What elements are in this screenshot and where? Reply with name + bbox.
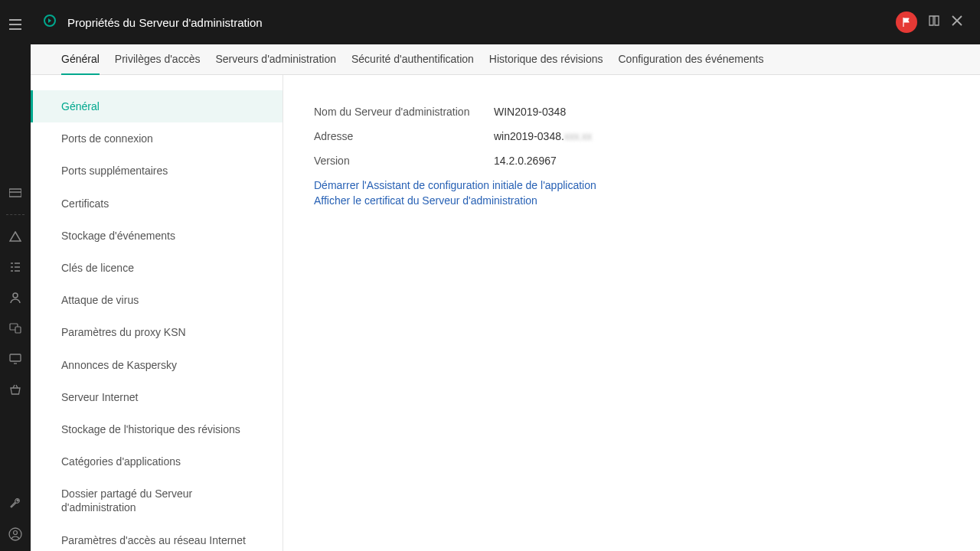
user-icon[interactable] [8,290,23,305]
close-button[interactable] [951,15,963,31]
detail-label: Version [314,155,494,167]
sidebar-item-event-storage[interactable]: Stockage d'événements [31,220,283,252]
tab-event-config[interactable]: Configuration des événements [618,44,763,75]
monitor-icon[interactable] [8,351,23,367]
sidebar-item-ksn-proxy[interactable]: Paramètres du proxy KSN [31,316,283,348]
svg-point-2 [13,293,18,298]
sidebar-item-shared-folder[interactable]: Dossier partagé du Serveur d'administrat… [31,478,283,523]
tab-revision-history[interactable]: Historique des révisions [489,44,603,75]
sidebar-item-internet-access[interactable]: Paramètres d'accès au réseau Internet [31,524,283,551]
tab-admin-servers[interactable]: Serveurs d'administration [215,44,336,75]
svg-point-8 [14,531,18,535]
detail-row-address: Adresse win2019-0348.xxx.xx [314,130,949,142]
svg-rect-4 [15,327,21,333]
detail-row-server-name: Nom du Serveur d'administration WIN2019-… [314,106,949,118]
dashboard-icon[interactable] [8,185,23,201]
sidebar-item-web-server[interactable]: Serveur Internet [31,381,283,413]
wrench-icon[interactable] [8,496,23,511]
sidebar-item-certificates[interactable]: Certificats [31,187,283,220]
link-view-certificate[interactable]: Afficher le certificat du Serveur d'admi… [314,194,949,207]
hamburger-icon[interactable] [8,17,23,32]
detail-value: win2019-0348.xxx.xx [494,130,592,142]
bookmark-icon[interactable] [928,15,940,30]
svg-rect-5 [10,354,21,361]
notification-flag-button[interactable] [896,11,917,33]
tab-access-privileges[interactable]: Privilèges d'accès [115,44,201,75]
page-title: Propriétés du Serveur d'administration [67,16,263,29]
detail-row-version: Version 14.2.0.26967 [314,155,949,167]
detail-label: Adresse [314,130,494,142]
sidebar-item-license-keys[interactable]: Clés de licence [31,252,283,284]
rail-divider [6,214,24,215]
left-nav-rail [0,0,31,551]
sidebar-item-revision-storage[interactable]: Stockage de l'historique des révisions [31,413,283,445]
sidebar-item-general[interactable]: Général [31,90,283,122]
sidebar-nav: Général Ports de connexion Ports supplém… [31,75,283,551]
brand-icon [43,14,57,31]
sidebar-item-kaspersky-announcements[interactable]: Annonces de Kaspersky [31,349,283,381]
sidebar-item-additional-ports[interactable]: Ports supplémentaires [31,155,283,187]
details-panel: Nom du Serveur d'administration WIN2019-… [283,75,980,551]
list-icon[interactable] [8,259,23,275]
tabs-bar: Général Privilèges d'accès Serveurs d'ad… [31,44,980,75]
sidebar-item-app-categories[interactable]: Catégories d'applications [31,445,283,478]
devices-icon[interactable] [8,321,23,336]
tab-auth-security[interactable]: Sécurité d'authentification [351,44,474,75]
warning-icon[interactable] [8,229,23,244]
link-start-wizard[interactable]: Démarrer l'Assistant de configuration in… [314,179,949,191]
detail-label: Nom du Serveur d'administration [314,106,494,118]
header-bar: Propriétés du Serveur d'administration [31,0,980,44]
sidebar-item-connection-ports[interactable]: Ports de connexion [31,122,283,155]
detail-value: 14.2.0.26967 [494,155,557,167]
svg-rect-0 [9,189,21,197]
sidebar-item-virus-attack[interactable]: Attaque de virus [31,284,283,316]
detail-value: WIN2019-0348 [494,106,566,118]
tab-general[interactable]: Général [61,44,100,75]
basket-icon[interactable] [8,382,23,397]
account-circle-icon[interactable] [8,527,23,542]
